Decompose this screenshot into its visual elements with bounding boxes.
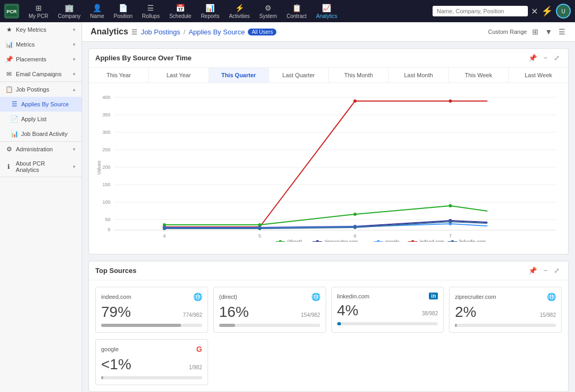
source-direct-count: 154/982 [301,312,320,318]
top-nav: PCR ⊞ My PCR 🏢 Company 👤 Name 📄 Position… [0,0,575,22]
avatar[interactable]: U [556,4,571,19]
nav-system[interactable]: ⚙ System [255,2,281,21]
nav-contract[interactable]: 📋 Contract [282,2,311,21]
svg-point-41 [163,227,166,230]
tab-this-month[interactable]: This Month [329,68,389,83]
tab-this-week[interactable]: This Week [449,68,509,83]
svg-text:350: 350 [102,112,110,117]
svg-text:5: 5 [258,233,261,239]
tab-last-week[interactable]: Last Week [509,68,568,83]
svg-text:Values: Values [96,160,102,175]
sidebar-section-job-postings: 📋 Job Postings ☰ Applies By Source 📄 App… [0,82,82,142]
nav-company[interactable]: 🏢 Company [53,2,85,21]
key-metrics-icon: ★ [5,26,13,33]
source-card-linkedin-header: linkedin.com in [337,293,438,299]
breadcrumb-menu-icon[interactable]: ☰ [131,28,138,36]
sidebar-item-applies-by-source[interactable]: ☰ Applies By Source [0,97,82,112]
source-zip-bar [455,324,457,327]
breadcrumb-applies-by-source[interactable]: Applies By Source [188,28,245,36]
system-icon: ⚙ [265,4,272,12]
tab-this-quarter[interactable]: This Quarter [209,68,269,83]
pin-btn[interactable]: 📌 [526,53,539,63]
sidebar-item-apply-list[interactable]: 📄 Apply List [0,112,82,126]
schedule-icon: 📅 [176,4,185,12]
grid-view-btn[interactable]: ⊞ [531,26,540,37]
svg-text:7: 7 [449,233,452,239]
close-search-btn[interactable]: ✕ [531,6,538,16]
source-linkedin-bar-bg [337,322,438,325]
sidebar-item-key-metrics[interactable]: ★ Key Metrics [0,22,82,37]
sources-grid: indeed.com 🌐 79% 774/982 (direct) [89,280,568,339]
sources-row2: google G <1% 1/982 [89,339,568,391]
source-card-google: google G <1% 1/982 [95,339,208,385]
sidebar-item-job-postings[interactable]: 📋 Job Postings [0,82,82,97]
tab-last-year[interactable]: Last Year [149,68,209,83]
source-card-zip: ziprecruiter.com 🌐 2% 15/982 [449,287,562,333]
source-zip-name: ziprecruiter.com [455,294,496,300]
svg-point-43 [354,226,357,229]
tab-last-quarter[interactable]: Last Quarter [269,68,329,83]
sidebar-item-placements[interactable]: 📌 Placements [0,52,82,67]
sidebar: ★ Key Metrics 📊 Metrics 📌 Placements ✉ E… [0,22,82,392]
sources-pin-btn[interactable]: 📌 [526,266,539,276]
nav-schedule[interactable]: 📅 Schedule [165,2,196,21]
expand-btn[interactable]: ⤢ [552,53,562,63]
sources-minimize-btn[interactable]: − [541,266,550,276]
source-direct-name: (direct) [219,294,237,300]
svg-text:google: google [385,239,400,242]
menu-btn[interactable]: ☰ [558,26,567,37]
svg-text:indeed.com: indeed.com [420,239,445,242]
sidebar-item-about[interactable]: ℹ About PCR Analytics [0,157,82,177]
search-input[interactable] [433,6,528,16]
source-card-google-header: google G [101,345,202,353]
sidebar-section-admin: ⚙ Administration ℹ About PCR Analytics [0,142,82,177]
svg-text:4: 4 [163,233,166,239]
svg-text:linkedin.com: linkedin.com [460,239,486,242]
job-postings-icon: 📋 [5,86,13,93]
nav-rollups[interactable]: ☰ Rollups [138,2,164,21]
source-direct-pct: 16% [219,304,249,321]
sources-expand-btn[interactable]: ⤢ [552,266,562,276]
linkedin-icon: in [429,293,438,299]
sidebar-item-metrics[interactable]: 📊 Metrics [0,37,82,52]
top-sources-panel: Top Sources 📌 − ⤢ indeed.com 🌐 79% [88,261,569,392]
nav-my-pcr[interactable]: ⊞ My PCR [24,2,52,21]
sidebar-item-administration[interactable]: ⚙ Administration [0,142,82,157]
svg-text:200: 200 [102,165,110,170]
sidebar-item-job-board-activity[interactable]: 📊 Job Board Activity [0,126,82,141]
source-card-direct-header: (direct) 🌐 [219,293,320,301]
tab-this-year[interactable]: This Year [89,68,149,83]
nav-activities[interactable]: ⚡ Activities [224,2,254,21]
chart-container: 400 350 300 250 200 150 100 50 0 [89,83,568,254]
administration-icon: ⚙ [5,145,13,153]
source-indeed-count: 774/982 [183,312,202,318]
filter-btn[interactable]: ▼ [544,26,553,37]
minimize-btn[interactable]: − [541,53,550,63]
source-indeed-bar [101,324,181,327]
nav-reports[interactable]: 📊 Reports [196,2,223,21]
source-google-row: <1% 1/982 [101,357,202,373]
chart-title: Applies By Source Over Time [95,54,526,62]
breadcrumb-job-postings[interactable]: Job Postings [141,28,180,36]
nav-analytics[interactable]: 📈 Analytics [312,2,342,21]
metrics-icon: 📊 [5,41,13,48]
source-direct-row: 16% 154/982 [219,304,320,321]
add-btn[interactable]: ⚡ [541,5,553,17]
analytics-icon: 📈 [322,4,331,12]
custom-range-button[interactable]: Custom Range [488,29,527,35]
apply-list-icon: 📄 [11,115,18,123]
page-title: Analytics [91,27,128,37]
source-card-zip-header: ziprecruiter.com 🌐 [455,293,556,301]
source-google-pct: <1% [101,357,131,373]
nav-position[interactable]: 📄 Position [110,2,137,21]
company-icon: 🏢 [65,4,74,12]
sidebar-item-email-campaigns[interactable]: ✉ Email Campaigns [0,67,82,81]
all-users-badge[interactable]: All Users [248,29,276,35]
tab-last-month[interactable]: Last Month [389,68,448,83]
nav-name[interactable]: 👤 Name [86,2,109,21]
reports-icon: 📊 [205,4,214,12]
source-linkedin-pct: 4% [337,303,358,319]
logo-icon: PCR [4,4,19,19]
svg-text:150: 150 [102,182,110,187]
source-google-bar [101,376,103,379]
